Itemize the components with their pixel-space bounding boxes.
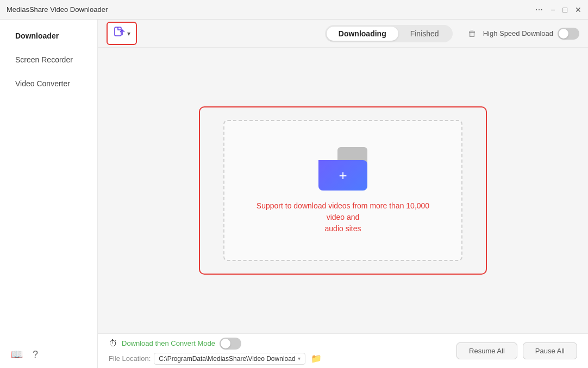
toolbar: ▾ Downloading Finished 🗑 High Speed Down…	[98, 20, 588, 48]
high-speed-section: High Speed Download	[483, 28, 579, 40]
content-area: + Support to download videos from more t…	[98, 48, 588, 333]
drop-zone-inner: + Support to download videos from more t…	[223, 120, 462, 261]
pause-all-button[interactable]: Pause All	[523, 342, 577, 359]
tab-downloading[interactable]: Downloading	[327, 27, 398, 41]
paste-url-icon	[113, 26, 125, 41]
file-location-label: File Location:	[109, 354, 151, 363]
paste-url-button[interactable]: ▾	[107, 22, 137, 45]
folder-icon: +	[318, 147, 367, 191]
footer: ⏱ Download then Convert Mode File Locati…	[98, 333, 588, 368]
folder-browse-icon[interactable]: 📁	[311, 353, 322, 364]
sidebar: Downloader Screen Recorder Video Convert…	[0, 20, 98, 368]
download-mode-toggle[interactable]	[220, 338, 241, 350]
minimize-btn[interactable]: −	[551, 6, 555, 14]
title-bar-controls: ⋯ − □ ✕	[535, 6, 581, 14]
title-bar-left: MediasShare Video Downloader	[7, 5, 108, 14]
title-bar: MediasShare Video Downloader ⋯ − □ ✕	[0, 0, 588, 20]
file-path-chevron: ▾	[298, 356, 301, 361]
download-mode-knob	[221, 339, 230, 348]
file-path-text: C:\ProgramData\MediasShare\Video Downloa…	[159, 355, 295, 363]
clock-icon: ⏱	[109, 339, 117, 348]
close-btn[interactable]: ✕	[575, 6, 581, 14]
sidebar-bottom: 📖 ?	[0, 341, 97, 368]
support-text: Support to download videos from more tha…	[256, 200, 430, 234]
resume-all-button[interactable]: Resume All	[456, 342, 517, 359]
high-speed-label: High Speed Download	[483, 29, 553, 37]
footer-left: ⏱ Download then Convert Mode File Locati…	[109, 338, 456, 365]
app-title: MediasShare Video Downloader	[7, 5, 108, 14]
app-body: Downloader Screen Recorder Video Convert…	[0, 20, 588, 368]
more-options-btn[interactable]: ⋯	[535, 6, 543, 14]
tab-toggle: Downloading Finished	[325, 25, 453, 42]
help-icon[interactable]: ?	[33, 349, 38, 360]
maximize-btn[interactable]: □	[563, 6, 567, 14]
tab-finished[interactable]: Finished	[398, 27, 451, 41]
download-mode-label: Download then Convert Mode	[122, 339, 215, 347]
sidebar-nav: Downloader Screen Recorder Video Convert…	[0, 24, 97, 96]
folder-front: +	[318, 160, 367, 191]
sidebar-item-downloader[interactable]: Downloader	[4, 25, 93, 47]
file-path-select[interactable]: C:\ProgramData\MediasShare\Video Downloa…	[154, 353, 305, 365]
high-speed-toggle[interactable]	[558, 28, 579, 40]
book-icon[interactable]: 📖	[11, 348, 23, 360]
main-content: ▾ Downloading Finished 🗑 High Speed Down…	[98, 20, 588, 368]
sidebar-item-screen-recorder[interactable]: Screen Recorder	[4, 49, 93, 71]
footer-right: Resume All Pause All	[456, 342, 577, 359]
drop-zone-outer[interactable]: + Support to download videos from more t…	[199, 106, 487, 275]
trash-icon[interactable]: 🗑	[468, 29, 477, 39]
paste-url-chevron: ▾	[127, 30, 130, 37]
download-mode-row: ⏱ Download then Convert Mode	[109, 338, 456, 350]
toggle-knob	[559, 29, 568, 39]
sidebar-item-video-converter[interactable]: Video Converter	[4, 73, 93, 94]
folder-plus-icon: +	[339, 168, 347, 182]
file-location-row: File Location: C:\ProgramData\MediasShar…	[109, 353, 456, 365]
